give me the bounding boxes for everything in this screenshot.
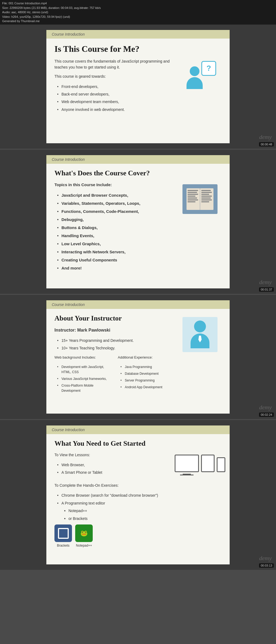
slide-1-watermark: demy (259, 134, 272, 141)
list-item: Web development team members, (57, 98, 173, 105)
person-question-icon: ? (184, 61, 216, 93)
slide-3-additional-bullets: Java Programming Database Development Se… (118, 364, 173, 391)
tablet-icon (201, 455, 215, 472)
slide-1-title: Is This Course for Me? (54, 44, 222, 54)
book-line (201, 197, 211, 199)
slide-3-instructor-label: Instructor: Mark Pawlowski (54, 327, 173, 334)
slide-3-col-right: Additional Experience: Java Programming … (118, 355, 173, 394)
person-head (190, 66, 199, 76)
list-item: Functions, Comments, Code-Placement, (57, 207, 173, 216)
list-item: 15+ Years Programming and Development. (57, 337, 173, 344)
list-item: Cross-Platform Mobile Development (57, 382, 110, 394)
list-item: Handling Events, (57, 232, 173, 240)
list-item: Various JavaScript frameworks, (57, 376, 110, 382)
slide-1-body: This course covers the fundamentals of J… (54, 58, 173, 114)
video-info-line1: File: 001 Course Introduction.mp4 (2, 1, 274, 6)
slide-2-image (178, 184, 222, 214)
slide-2: Course Introduction What's Does the Cour… (46, 155, 230, 288)
slide-1-para2: This course is geared towards: (54, 73, 173, 79)
slide-4-watermark: demy (259, 555, 272, 562)
slide-1-header: Course Introduction (46, 30, 230, 39)
list-item: Interacting with Network Servers, (57, 248, 173, 256)
book-line (201, 196, 212, 197)
slide-4-image (178, 455, 222, 472)
video-info-line5: Generated by Thumbnail.me (2, 19, 274, 23)
list-item: Debugging, (57, 216, 173, 224)
instructor-tie (198, 336, 202, 342)
book-line (188, 192, 197, 193)
list-item: Java Programming (120, 364, 173, 370)
phone-icon (217, 457, 225, 472)
person-body (187, 77, 203, 89)
book-page-right (200, 188, 213, 210)
slide-3-header: Course Introduction (46, 300, 230, 309)
slide-4-view-heading: To View the Lessons: (54, 452, 173, 458)
slide-3-image (178, 317, 222, 352)
slide-3-layout: About Your Instructor Instructor: Mark P… (54, 314, 222, 394)
book-line (188, 201, 195, 202)
slide-4-header: Course Introduction (46, 425, 230, 434)
notepad-icon: 🐸 (75, 524, 93, 542)
notepad-label: Notepad++ (76, 543, 92, 548)
list-item: Development with JavaScript, HTML, CSS (57, 364, 110, 376)
list-item: Back-end server developers, (57, 90, 173, 98)
slide-3: Course Introduction About Your Instructo… (46, 300, 230, 414)
list-item: A Smart Phone or Tablet (57, 469, 173, 476)
book-line (201, 192, 212, 193)
slide-1-text: This course covers the fundamentals of J… (54, 58, 173, 114)
monitor-icon (175, 455, 199, 472)
book-line (201, 199, 212, 200)
brackets-inner (58, 528, 69, 539)
book-line (188, 190, 198, 191)
slide-2-content: What's Does the Course Cover? Topics in … (46, 166, 230, 278)
slide-2-watermark: demy (259, 279, 272, 286)
list-item: Anyone involved in web development. (57, 106, 173, 113)
slide-3-col-left: Web background Includes: Development wit… (54, 355, 110, 394)
devices-icon (175, 455, 225, 472)
slide-2-layout: Topics in this Course Include: JavaScrip… (54, 182, 222, 272)
slide-2-timestamp: 00:01:37 (259, 287, 274, 292)
instructor-icon (182, 317, 218, 352)
list-item: Database Development (120, 370, 173, 377)
list-item: 10+ Years Teaching Technology. (57, 344, 173, 352)
slide-2-text: Topics in this Course Include: JavaScrip… (54, 182, 173, 272)
slide-1-layout: This course covers the fundamentals of J… (54, 58, 222, 114)
video-info-line4: Video: h264, yuv420p, 1280x720, 59.94 fp… (2, 15, 274, 19)
list-item: Creating Useful Components (57, 256, 173, 264)
list-item: Chrome Browser (search for "download chr… (57, 492, 173, 499)
slide-4-complete-heading: To Complete the Hands-On Exercises: (54, 482, 173, 488)
slide-3-two-col: Web background Includes: Development wit… (54, 355, 173, 394)
list-item: Variables, Statements, Operators, Loops, (57, 199, 173, 207)
person-icon (187, 66, 203, 88)
slide-1-image: ? (178, 61, 222, 93)
slide-section-1: Course Introduction Is This Course for M… (0, 25, 276, 149)
slide-3-timestamp: 00:02:24 (259, 413, 274, 417)
book-line (201, 190, 211, 191)
slide-2-bold-heading: Topics in this Course Include: (54, 182, 173, 188)
slide-3-text: About Your Instructor Instructor: Mark P… (54, 314, 173, 394)
book-page-left (187, 188, 200, 210)
list-item: Buttons & Dialogs, (57, 224, 173, 232)
brackets-icon-group: Brackets (54, 524, 72, 548)
slide-4-layout: To View the Lessons: Web Browser, A Smar… (54, 452, 222, 548)
slide-1-bullets: Front-end developers, Back-end server de… (54, 83, 173, 114)
slide-4: Course Introduction What You Need to Get… (46, 425, 230, 565)
book-line (201, 201, 209, 202)
slide-4-timestamp: 00:03:13 (259, 563, 274, 568)
book-line (188, 194, 198, 195)
instructor-body (191, 333, 209, 348)
book-line (201, 194, 209, 195)
list-item: A Programming text editor (57, 499, 173, 507)
slide-1-para1: This course covers the fundamentals of J… (54, 58, 173, 70)
question-bubble-icon: ? (201, 61, 216, 76)
list-item: Front-end developers, (57, 83, 173, 90)
slide-2-body: Topics in this Course Include: JavaScrip… (54, 182, 173, 272)
book-line (188, 197, 197, 199)
book-line (188, 196, 195, 197)
book-pages (187, 188, 213, 210)
list-item: ◦ Notepad++ (64, 507, 173, 514)
instructor-figure (191, 321, 209, 348)
editor-icons-row: Brackets 🐸 Notepad++ (54, 524, 173, 548)
video-info-line3: Audio: aac, 48000 Hz, stereo (und) (2, 10, 274, 15)
list-item: Android App Development (120, 384, 173, 391)
